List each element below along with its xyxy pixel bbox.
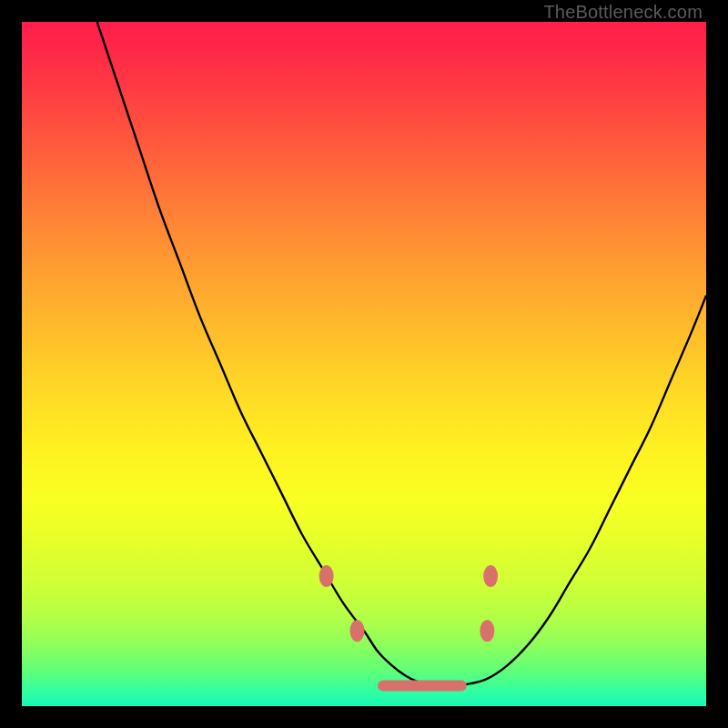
left-lower-marker xyxy=(349,620,364,642)
bottleneck-curve xyxy=(97,22,706,686)
curve-layer xyxy=(22,22,706,706)
chart-frame: TheBottleneck.com xyxy=(0,0,728,728)
attribution-text: TheBottleneck.com xyxy=(543,2,703,23)
plot-area xyxy=(22,22,706,706)
left-upper-marker xyxy=(319,565,334,587)
right-upper-marker xyxy=(483,565,498,587)
right-lower-marker xyxy=(480,620,494,642)
flat-zone-marker xyxy=(378,680,467,691)
